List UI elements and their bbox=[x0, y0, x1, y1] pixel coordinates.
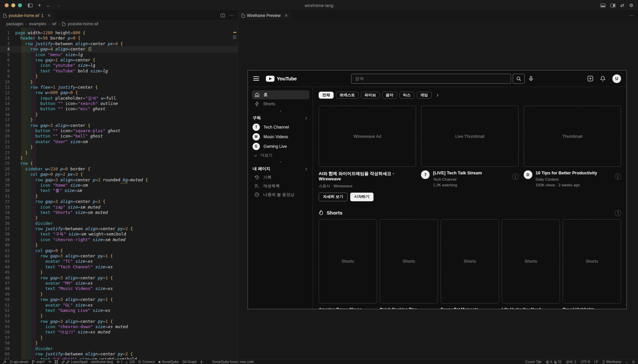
code-line[interactable]: 9 } bbox=[0, 74, 238, 79]
sync-changes-icon[interactable]: ⟳ bbox=[49, 360, 51, 364]
remote-tools-icon[interactable] bbox=[3, 360, 6, 364]
breadcrumb-item[interactable]: wf bbox=[52, 22, 56, 26]
youtube-logo[interactable]: YouTube bbox=[266, 76, 297, 82]
filter-chip[interactable]: 음악 bbox=[382, 92, 397, 99]
code-line[interactable]: 3 row justify=between align=center px=4 … bbox=[0, 41, 238, 46]
statusbar-api-server[interactable]: api-server bbox=[10, 360, 28, 364]
statusbar-eol[interactable]: LF bbox=[594, 360, 598, 364]
code-line[interactable]: 60 row justify=between align=center py=2… bbox=[0, 351, 238, 357]
code-line[interactable]: 41 col gap=0 { bbox=[0, 248, 238, 253]
code-line[interactable]: 15 button "" icon="mic" ghost bbox=[0, 106, 238, 112]
statusbar-problems[interactable]: ⊗1 △124 bbox=[117, 360, 135, 364]
live-thumbnail[interactable]: Live Thumbnail bbox=[421, 106, 518, 167]
breadcrumb-item[interactable]: youtube-home.wf bbox=[68, 22, 98, 26]
statusbar-sonar-focus[interactable]: SonarQube focus: new code bbox=[200, 360, 254, 364]
statusbar-git-graph[interactable]: Git Graph bbox=[182, 360, 197, 364]
filter-chip[interactable]: 전체 bbox=[319, 92, 334, 99]
code-line[interactable]: 5 icon "menu" size=lg bbox=[0, 52, 238, 57]
code-line[interactable]: 29 icon "home" size=sm bbox=[0, 183, 238, 188]
statusbar-project[interactable]: wireframe-lang bbox=[91, 360, 113, 364]
minimize-window-icon[interactable] bbox=[11, 3, 15, 7]
more-vertical-icon[interactable] bbox=[615, 173, 621, 180]
statusbar-indentation[interactable]: 공백: 2 bbox=[566, 360, 576, 364]
notifications-bell-icon[interactable] bbox=[632, 360, 635, 364]
short-thumbnail[interactable]: Shorts bbox=[441, 219, 499, 304]
code-line[interactable]: 28 row gap=3 align=center p=2 rounded bg… bbox=[0, 177, 238, 183]
filter-chip[interactable]: 믹스 bbox=[399, 92, 414, 99]
sidebar-channel[interactable]: T Tech Channel bbox=[252, 122, 309, 132]
sidebar-item-more[interactable]: 더보기 bbox=[252, 151, 309, 159]
short-thumbnail[interactable]: Shorts bbox=[563, 219, 621, 304]
layout-switch-icon[interactable]: ⇄ bbox=[620, 3, 624, 8]
short-thumbnail[interactable]: Shorts bbox=[319, 219, 377, 304]
search-button[interactable] bbox=[513, 74, 525, 84]
code-line[interactable]: 54 row gap=3 align=center py=1 { bbox=[0, 319, 238, 324]
sidebar-section-my-page[interactable]: 내 페이지 bbox=[252, 165, 309, 173]
short-card[interactable]: ShortsLife Hacks You Need250K views bbox=[502, 219, 560, 309]
code-line[interactable]: 13 input placeholder="검색" w=full bbox=[0, 96, 238, 101]
code-line[interactable]: 49 } bbox=[0, 292, 238, 297]
toggle-panel-icon[interactable] bbox=[600, 4, 605, 7]
code-line[interactable]: 1page width=1280 height=800 { bbox=[0, 30, 238, 36]
code-line[interactable]: 20 button "" icon="bell" ghost bbox=[0, 134, 238, 139]
code-line[interactable]: 38 text "구독" size=sm weight=semibold bbox=[0, 231, 238, 237]
window-controls[interactable] bbox=[5, 3, 22, 7]
sidebar-item-playlists[interactable]: 재생목록 bbox=[252, 182, 309, 190]
statusbar-git-branch[interactable]: main* bbox=[32, 360, 45, 364]
code-line[interactable]: 51 avatar "GL" size=xs bbox=[0, 303, 238, 308]
code-line[interactable]: 22 } bbox=[0, 144, 238, 150]
zoom-window-icon[interactable] bbox=[18, 3, 22, 7]
code-line[interactable]: 26 sidebar w=220 p=0 border { bbox=[0, 166, 238, 172]
code-line[interactable]: 39 icon "chevron-right" size=sm muted bbox=[0, 237, 238, 242]
code-line[interactable]: 16 } bbox=[0, 112, 238, 117]
toggle-secondary-sidebar-icon[interactable] bbox=[610, 4, 615, 7]
code-line[interactable]: 14 button "" icon="search" outline bbox=[0, 101, 238, 106]
breadcrumb-item[interactable]: packages bbox=[6, 22, 23, 26]
code-line[interactable]: 23 } bbox=[0, 150, 238, 155]
sidebar-item-shorts[interactable]: Shorts bbox=[252, 99, 309, 108]
sidebar-item-watch-later[interactable]: 나중에 볼 동영상 bbox=[252, 190, 309, 199]
close-window-icon[interactable] bbox=[5, 3, 9, 7]
code-line[interactable]: 21 avatar "User" size=sm bbox=[0, 139, 238, 144]
code-line[interactable]: 53 } bbox=[0, 313, 238, 318]
sidebar-channel[interactable]: G Gaming Live bbox=[252, 141, 309, 151]
code-line[interactable]: 57 } bbox=[0, 335, 238, 340]
short-card[interactable]: ShortsFunny Pet Moments370K views bbox=[441, 219, 499, 309]
statusbar-sonarqube[interactable]: SonarQube bbox=[159, 360, 179, 364]
tab-wireframe-preview[interactable]: Wireframe Preview ✕ bbox=[238, 11, 291, 20]
code-line[interactable]: 7 icon "youtube" size=lg bbox=[0, 63, 238, 68]
mic-button[interactable] bbox=[529, 76, 533, 81]
code-line[interactable]: 19 button "" icon="square-plus" ghost bbox=[0, 128, 238, 134]
sidebar-item-home[interactable]: 홈 bbox=[252, 90, 309, 99]
menu-icon[interactable] bbox=[253, 76, 259, 81]
more-vertical-icon[interactable] bbox=[615, 210, 621, 216]
video-card-ad[interactable]: Wireweave Ad AI와 함께 와이어프레임을 작성하세요 - Wire… bbox=[319, 106, 416, 201]
back-icon[interactable]: ← bbox=[46, 3, 51, 8]
code-line[interactable]: 43 avatar "TC" size=xs bbox=[0, 259, 238, 264]
code-line[interactable]: 37 row justify=between align=center py=2… bbox=[0, 226, 238, 231]
toggle-sidebar-icon[interactable] bbox=[28, 4, 33, 7]
close-tab-icon[interactable]: ✕ bbox=[48, 13, 51, 18]
code-editor[interactable]: 1page width=1280 height=800 {2 header h=… bbox=[0, 28, 238, 359]
chips-scroll-icon[interactable] bbox=[435, 94, 438, 96]
code-line[interactable]: 58 } bbox=[0, 340, 238, 346]
minimap-slider[interactable] bbox=[233, 35, 236, 39]
short-card[interactable]: ShortsTravel Highlights1.01M views bbox=[563, 219, 621, 309]
breadcrumb[interactable]: packages› examples› wf› youtube-home.wf bbox=[0, 20, 238, 28]
code-line[interactable]: 17 } bbox=[0, 117, 238, 123]
channel-avatar[interactable]: T bbox=[421, 170, 430, 179]
statusbar-cursor-position[interactable]: 줄 4, 열 31 bbox=[546, 360, 562, 364]
code-line[interactable]: 47 avatar "MV" size=xs bbox=[0, 281, 238, 286]
statusbar-language-mode[interactable]: {}Wireframe bbox=[602, 360, 621, 364]
code-line[interactable]: 8 text "YouTube" bold size=lg bbox=[0, 68, 238, 74]
search-input[interactable] bbox=[351, 74, 511, 84]
code-line[interactable]: 35 } bbox=[0, 215, 238, 221]
more-actions-icon[interactable]: ⋯ bbox=[229, 13, 234, 18]
close-tab-icon[interactable]: ✕ bbox=[284, 13, 288, 18]
create-video-icon[interactable] bbox=[587, 76, 593, 81]
notifications-bell-icon[interactable] bbox=[600, 76, 605, 81]
filter-chip[interactable]: 라이브 bbox=[361, 92, 380, 99]
split-editor-icon[interactable] bbox=[221, 14, 225, 17]
ad-start-button[interactable]: 시작하기 bbox=[350, 193, 373, 201]
short-thumbnail[interactable]: Shorts bbox=[502, 219, 560, 304]
